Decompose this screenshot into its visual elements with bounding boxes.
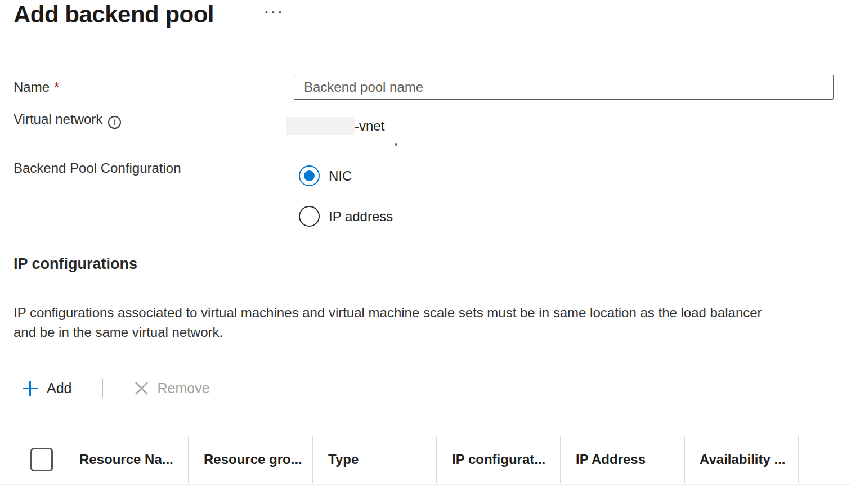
ip-configurations-description: IP configurations associated to virtual … (14, 303, 830, 342)
column-header-ip-address: IP Address (561, 436, 685, 483)
table-header-divider (0, 484, 851, 485)
select-all-cell (0, 436, 65, 483)
description-line-2: and be in the same virtual network. (14, 322, 830, 342)
toolbar-divider (102, 379, 103, 398)
virtual-network-value: -vnet (286, 117, 384, 135)
radio-unselected-icon (299, 206, 320, 227)
backend-pool-configuration-label: Backend Pool Configuration (14, 160, 181, 176)
add-button-label: Add (47, 380, 71, 397)
remove-button[interactable]: Remove (134, 380, 209, 397)
redacted-vnet-prefix (286, 117, 355, 135)
header-filler (799, 436, 851, 483)
radio-nic-label: NIC (329, 168, 352, 184)
x-icon (134, 381, 149, 396)
description-line-1: IP configurations associated to virtual … (14, 303, 830, 322)
radio-ip-address-label: IP address (329, 209, 393, 224)
screenshot-artifact-dot (395, 143, 397, 146)
remove-button-label: Remove (157, 380, 209, 397)
column-header-resource-name: Resource Na... (65, 436, 189, 483)
info-icon[interactable]: i (108, 116, 121, 129)
page-title: Add backend pool (14, 1, 214, 28)
ip-configurations-toolbar: Add Remove (21, 376, 210, 400)
column-header-ip-configuration: IP configurat... (437, 436, 561, 483)
radio-selected-icon (299, 165, 320, 186)
more-options-button[interactable]: ··· (262, 1, 287, 24)
add-backend-pool-blade: Add backend pool ··· Name* Virtual netwo… (0, 0, 851, 504)
ellipsis-icon: ··· (265, 6, 285, 19)
plus-icon (21, 380, 39, 397)
required-asterisk: * (54, 79, 59, 94)
vnet-value-text: -vnet (355, 118, 384, 134)
ip-configurations-table-header: Resource Na... Resource gro... Type IP c… (0, 436, 851, 483)
radio-option-nic[interactable]: NIC (299, 165, 352, 186)
add-button[interactable]: Add (21, 380, 71, 397)
virtual-network-label: Virtual networki (14, 111, 121, 129)
backend-pool-name-input[interactable] (294, 75, 834, 100)
select-all-checkbox[interactable] (30, 448, 53, 471)
column-header-resource-group: Resource gro... (189, 436, 313, 483)
column-header-type: Type (313, 436, 437, 483)
column-header-availability: Availability ... (685, 436, 799, 483)
name-label: Name* (14, 79, 59, 95)
radio-option-ip-address[interactable]: IP address (299, 206, 393, 227)
ip-configurations-heading: IP configurations (14, 255, 137, 273)
